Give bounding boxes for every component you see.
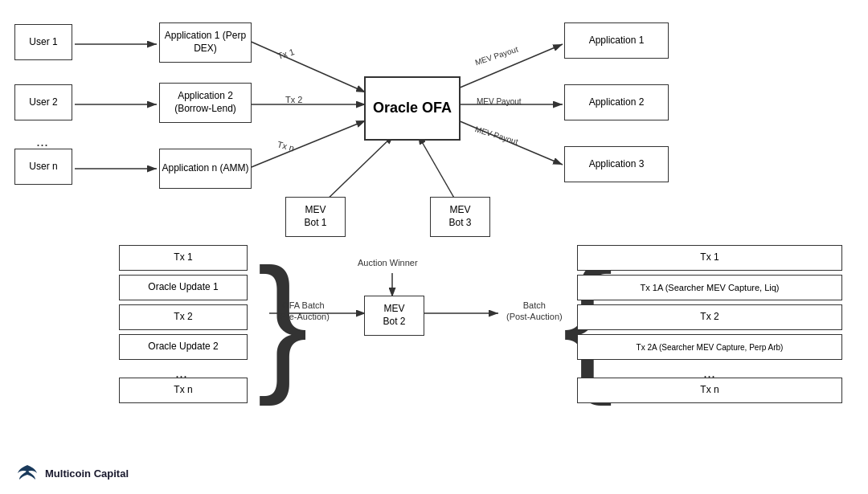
batch-post-label: Batch (Post-Auction) bbox=[506, 300, 563, 323]
app-right-3-box: Application 3 bbox=[564, 146, 669, 182]
user-1-box: User 1 bbox=[14, 24, 72, 60]
logo-area: Multicoin Capital bbox=[16, 462, 129, 484]
auction-winner-label: Auction Winner bbox=[358, 257, 418, 268]
mev-bot-3-box: MEV Bot 3 bbox=[430, 197, 490, 237]
app-left-1-box: Application 1 (Perp DEX) bbox=[159, 22, 252, 63]
svg-line-11 bbox=[418, 135, 458, 205]
brght-tx2-box: Tx 2 bbox=[577, 304, 842, 330]
brght-tx1a-box: Tx 1A (Searcher MEV Capture, Liq) bbox=[577, 275, 842, 300]
btm-txn-box: Tx n bbox=[119, 378, 248, 403]
multicoin-logo-icon bbox=[16, 462, 39, 484]
app-left-n-box: Application n (AMM) bbox=[159, 149, 252, 189]
btm-tx1-box: Tx 1 bbox=[119, 245, 248, 271]
svg-point-15 bbox=[26, 471, 29, 474]
svg-line-6 bbox=[248, 120, 366, 169]
oracle-ofa-box: Oracle OFA bbox=[364, 76, 461, 141]
brght-txn-box: Tx n bbox=[577, 378, 842, 403]
svg-line-10 bbox=[321, 135, 394, 205]
mev-payout-1-label: MEV Payout bbox=[473, 44, 519, 68]
ofa-batch-label: OFA Batch (Pre-Auction) bbox=[277, 300, 330, 323]
diagram-container: User 1 User 2 ... User n Application 1 (… bbox=[0, 0, 868, 494]
user-2-box: User 2 bbox=[14, 84, 72, 120]
app-left-2-box: Application 2 (Borrow-Lend) bbox=[159, 83, 252, 123]
mev-payout-2-label: MEV Payout bbox=[477, 96, 522, 107]
tx1-label: Tx 1 bbox=[276, 46, 296, 62]
brght-tx2a-box: Tx 2A (Searcher MEV Capture, Perp Arb) bbox=[577, 334, 842, 360]
mev-bot-2-box: MEV Bot 2 bbox=[364, 296, 424, 336]
btm-tx2-box: Tx 2 bbox=[119, 304, 248, 330]
mev-bot-1-box: MEV Bot 1 bbox=[285, 197, 346, 237]
svg-line-4 bbox=[248, 40, 366, 92]
logo-text: Multicoin Capital bbox=[45, 467, 129, 480]
app-right-1-box: Application 1 bbox=[564, 22, 669, 59]
btm-oracle1-box: Oracle Update 1 bbox=[119, 275, 248, 300]
tx2-label: Tx 2 bbox=[285, 94, 302, 105]
txn-label: Tx n bbox=[276, 138, 296, 153]
app-right-2-box: Application 2 bbox=[564, 84, 669, 120]
user-n-box: User n bbox=[14, 149, 72, 185]
btm-oracle2-box: Oracle Update 2 bbox=[119, 334, 248, 360]
brght-tx1-box: Tx 1 bbox=[577, 245, 842, 271]
mev-payout-3-label: MEV Payout bbox=[473, 124, 519, 147]
